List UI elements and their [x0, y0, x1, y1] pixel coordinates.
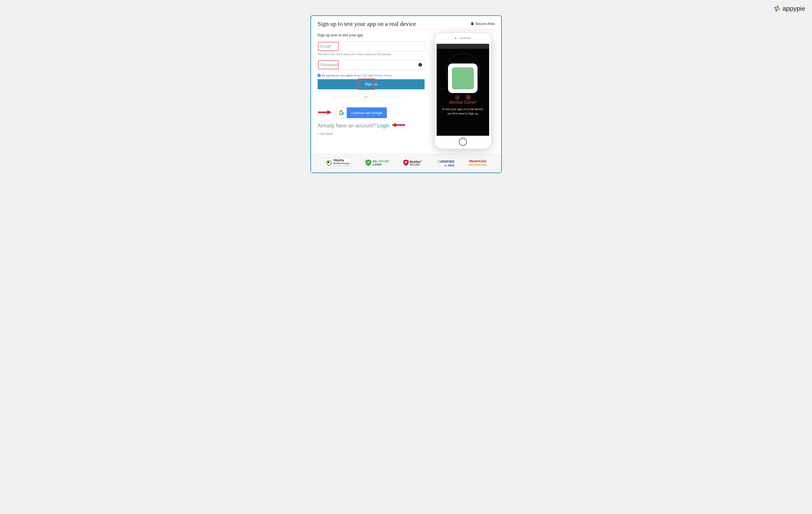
email-input[interactable] — [318, 42, 425, 51]
brand-name: appypie — [782, 5, 806, 12]
truste-icon — [326, 160, 332, 166]
form-subtitle: Sign up now to test your app. — [318, 33, 425, 37]
ssl-secure-badge: SSL SECURE LOGIN — [366, 159, 389, 166]
mcafee-badge: M McAfee® SECURE — [403, 160, 422, 166]
phone-speaker-icon — [460, 38, 470, 39]
signup-form: Sign up now to test your app. *We won't … — [318, 33, 425, 149]
truste-badge: TRUSTe Verified Privacy Powered by Trust… — [325, 158, 351, 168]
phone-preview: Fi.... ✕ ♥ Almost Done! To test your app… — [434, 33, 491, 149]
app-icon-tile — [448, 63, 477, 93]
svg-text:M: M — [405, 161, 407, 163]
mcafee-shield-icon: M — [403, 160, 409, 166]
trust-badges: TRUSTe Verified Privacy Powered by Trust… — [311, 153, 501, 172]
brand-logo: appypie — [773, 4, 806, 13]
lock-icon — [471, 22, 474, 26]
page-title: Sign up to test your app on a real devic… — [318, 20, 416, 27]
terms-link[interactable]: T&C — [362, 74, 368, 77]
login-prompt: Already have an account? Login — [318, 123, 425, 129]
privacy-link[interactable]: Privacy Policy — [374, 74, 392, 77]
almost-done-subtitle: To test your app on a real device,you fi… — [437, 107, 488, 115]
google-logo-icon — [336, 107, 347, 118]
verified-by-visa-badge: ✓VERIFIED by VISA — [436, 159, 454, 167]
signup-button[interactable]: Sign up — [318, 79, 425, 89]
continue-with-google-button[interactable]: Continue with Google — [336, 107, 387, 118]
mastercard-securecode-badge: MasterCard. SecureCode. — [469, 159, 487, 166]
or-divider: OR — [333, 93, 399, 101]
info-icon[interactable]: i — [418, 63, 422, 66]
app-icon — [452, 67, 474, 89]
phone-screen: Fi.... ✕ ♥ Almost Done! To test your app… — [437, 44, 489, 136]
email-helper-text: *We won't rent, sell or barter your emai… — [318, 53, 425, 56]
svg-marker-3 — [392, 123, 396, 127]
phone-home-button-icon — [459, 138, 467, 146]
consent-checkbox[interactable] — [318, 74, 320, 77]
signup-card: Sign up to test your app on a real devic… — [311, 15, 502, 173]
shield-icon — [366, 159, 371, 166]
login-link[interactable]: Login — [377, 123, 389, 129]
annotation-arrow-icon — [392, 123, 406, 129]
annotation-arrow-icon — [318, 110, 331, 115]
consent-row: By signing up, you agree to our T&C and … — [318, 74, 425, 77]
secure-area-label: Secure Area — [471, 22, 494, 26]
svg-marker-1 — [327, 110, 331, 114]
almost-done-title: Almost Done! — [449, 100, 476, 105]
appypie-logo-icon — [773, 4, 781, 13]
phone-camera-icon — [455, 38, 456, 39]
password-input[interactable] — [318, 60, 425, 70]
go-back-link[interactable]: « Go Back — [318, 132, 333, 136]
